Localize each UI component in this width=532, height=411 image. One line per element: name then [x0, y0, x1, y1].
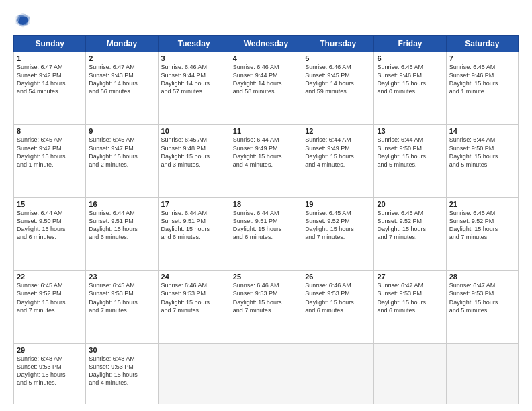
day-cell-27: 27Sunrise: 6:47 AM Sunset: 9:53 PM Dayli…	[374, 271, 446, 343]
week-row-0: 1Sunrise: 6:47 AM Sunset: 9:42 PM Daylig…	[14, 52, 519, 125]
week-row-3: 22Sunrise: 6:45 AM Sunset: 9:52 PM Dayli…	[14, 271, 519, 343]
header	[13, 11, 519, 30]
day-info: Sunrise: 6:44 AM Sunset: 9:51 PM Dayligh…	[161, 209, 227, 242]
week-row-1: 8Sunrise: 6:45 AM Sunset: 9:47 PM Daylig…	[14, 125, 519, 197]
day-number: 24	[161, 273, 227, 281]
day-cell-8: 8Sunrise: 6:45 AM Sunset: 9:47 PM Daylig…	[14, 125, 86, 197]
day-cell-4: 4Sunrise: 6:46 AM Sunset: 9:44 PM Daylig…	[230, 52, 302, 125]
day-cell-28: 28Sunrise: 6:47 AM Sunset: 9:53 PM Dayli…	[446, 271, 518, 343]
week-row-2: 15Sunrise: 6:44 AM Sunset: 9:50 PM Dayli…	[14, 197, 519, 270]
day-info: Sunrise: 6:45 AM Sunset: 9:52 PM Dayligh…	[305, 209, 371, 242]
day-number: 21	[449, 200, 515, 208]
day-number: 27	[377, 273, 443, 281]
logo	[13, 11, 35, 30]
day-info: Sunrise: 6:45 AM Sunset: 9:47 PM Dayligh…	[89, 136, 154, 169]
day-number: 2	[89, 54, 154, 62]
day-cell-29: 29Sunrise: 6:48 AM Sunset: 9:53 PM Dayli…	[14, 343, 86, 404]
day-cell-5: 5Sunrise: 6:46 AM Sunset: 9:45 PM Daylig…	[302, 52, 374, 125]
day-number: 22	[17, 273, 83, 281]
day-info: Sunrise: 6:46 AM Sunset: 9:44 PM Dayligh…	[233, 63, 299, 96]
day-number: 10	[161, 127, 227, 135]
day-number: 14	[449, 127, 515, 135]
day-number: 11	[233, 127, 299, 135]
day-number: 9	[89, 127, 154, 135]
day-cell-20: 20Sunrise: 6:45 AM Sunset: 9:52 PM Dayli…	[374, 197, 446, 270]
empty-cell	[446, 343, 518, 404]
day-cell-26: 26Sunrise: 6:46 AM Sunset: 9:53 PM Dayli…	[302, 271, 374, 343]
day-info: Sunrise: 6:45 AM Sunset: 9:47 PM Dayligh…	[17, 136, 83, 169]
day-number: 20	[377, 200, 443, 208]
day-info: Sunrise: 6:45 AM Sunset: 9:52 PM Dayligh…	[377, 209, 443, 242]
day-cell-17: 17Sunrise: 6:44 AM Sunset: 9:51 PM Dayli…	[158, 197, 230, 270]
day-number: 8	[17, 127, 83, 135]
day-cell-1: 1Sunrise: 6:47 AM Sunset: 9:42 PM Daylig…	[14, 52, 86, 125]
weekday-sunday: Sunday	[14, 36, 86, 52]
day-number: 15	[17, 200, 83, 208]
day-cell-19: 19Sunrise: 6:45 AM Sunset: 9:52 PM Dayli…	[302, 197, 374, 270]
day-number: 26	[305, 273, 371, 281]
day-info: Sunrise: 6:48 AM Sunset: 9:53 PM Dayligh…	[17, 355, 83, 387]
day-info: Sunrise: 6:47 AM Sunset: 9:53 PM Dayligh…	[449, 281, 515, 314]
day-info: Sunrise: 6:46 AM Sunset: 9:45 PM Dayligh…	[305, 63, 371, 96]
empty-cell	[302, 343, 374, 404]
day-number: 19	[305, 200, 371, 208]
day-info: Sunrise: 6:48 AM Sunset: 9:53 PM Dayligh…	[89, 355, 154, 387]
empty-cell	[158, 343, 230, 404]
day-number: 1	[17, 54, 83, 62]
day-cell-2: 2Sunrise: 6:47 AM Sunset: 9:43 PM Daylig…	[86, 52, 158, 125]
day-info: Sunrise: 6:44 AM Sunset: 9:50 PM Dayligh…	[377, 136, 443, 169]
day-info: Sunrise: 6:45 AM Sunset: 9:52 PM Dayligh…	[449, 209, 515, 242]
day-cell-18: 18Sunrise: 6:44 AM Sunset: 9:51 PM Dayli…	[230, 197, 302, 270]
day-cell-6: 6Sunrise: 6:45 AM Sunset: 9:46 PM Daylig…	[374, 52, 446, 125]
day-number: 7	[449, 54, 515, 62]
day-info: Sunrise: 6:44 AM Sunset: 9:51 PM Dayligh…	[233, 209, 299, 242]
weekday-header-row: SundayMondayTuesdayWednesdayThursdayFrid…	[14, 36, 519, 52]
day-info: Sunrise: 6:45 AM Sunset: 9:52 PM Dayligh…	[17, 281, 83, 314]
day-cell-10: 10Sunrise: 6:45 AM Sunset: 9:48 PM Dayli…	[158, 125, 230, 197]
weekday-tuesday: Tuesday	[158, 36, 230, 52]
day-cell-21: 21Sunrise: 6:45 AM Sunset: 9:52 PM Dayli…	[446, 197, 518, 270]
day-cell-14: 14Sunrise: 6:44 AM Sunset: 9:50 PM Dayli…	[446, 125, 518, 197]
day-info: Sunrise: 6:44 AM Sunset: 9:51 PM Dayligh…	[89, 209, 154, 242]
day-cell-25: 25Sunrise: 6:46 AM Sunset: 9:53 PM Dayli…	[230, 271, 302, 343]
day-info: Sunrise: 6:46 AM Sunset: 9:53 PM Dayligh…	[305, 281, 371, 314]
weekday-monday: Monday	[86, 36, 158, 52]
day-info: Sunrise: 6:47 AM Sunset: 9:53 PM Dayligh…	[377, 281, 443, 314]
weekday-saturday: Saturday	[446, 36, 518, 52]
week-row-4: 29Sunrise: 6:48 AM Sunset: 9:53 PM Dayli…	[14, 343, 519, 404]
weekday-friday: Friday	[374, 36, 446, 52]
day-number: 18	[233, 200, 299, 208]
day-number: 3	[161, 54, 227, 62]
day-cell-16: 16Sunrise: 6:44 AM Sunset: 9:51 PM Dayli…	[86, 197, 158, 270]
day-info: Sunrise: 6:45 AM Sunset: 9:53 PM Dayligh…	[89, 281, 154, 314]
day-cell-13: 13Sunrise: 6:44 AM Sunset: 9:50 PM Dayli…	[374, 125, 446, 197]
weekday-wednesday: Wednesday	[230, 36, 302, 52]
empty-cell	[230, 343, 302, 404]
day-number: 30	[89, 346, 154, 354]
calendar-table: SundayMondayTuesdayWednesdayThursdayFrid…	[13, 35, 519, 404]
weekday-thursday: Thursday	[302, 36, 374, 52]
day-number: 5	[305, 54, 371, 62]
day-cell-24: 24Sunrise: 6:46 AM Sunset: 9:53 PM Dayli…	[158, 271, 230, 343]
day-info: Sunrise: 6:44 AM Sunset: 9:49 PM Dayligh…	[305, 136, 371, 169]
day-number: 25	[233, 273, 299, 281]
day-number: 16	[89, 200, 154, 208]
day-number: 4	[233, 54, 299, 62]
day-info: Sunrise: 6:45 AM Sunset: 9:46 PM Dayligh…	[377, 63, 443, 96]
day-number: 13	[377, 127, 443, 135]
day-cell-7: 7Sunrise: 6:45 AM Sunset: 9:46 PM Daylig…	[446, 52, 518, 125]
day-info: Sunrise: 6:46 AM Sunset: 9:53 PM Dayligh…	[161, 281, 227, 314]
day-info: Sunrise: 6:47 AM Sunset: 9:43 PM Dayligh…	[89, 63, 154, 96]
day-info: Sunrise: 6:44 AM Sunset: 9:49 PM Dayligh…	[233, 136, 299, 169]
day-info: Sunrise: 6:46 AM Sunset: 9:53 PM Dayligh…	[233, 281, 299, 314]
logo-icon	[13, 11, 32, 30]
day-cell-11: 11Sunrise: 6:44 AM Sunset: 9:49 PM Dayli…	[230, 125, 302, 197]
day-cell-3: 3Sunrise: 6:46 AM Sunset: 9:44 PM Daylig…	[158, 52, 230, 125]
day-info: Sunrise: 6:44 AM Sunset: 9:50 PM Dayligh…	[449, 136, 515, 169]
day-number: 12	[305, 127, 371, 135]
day-info: Sunrise: 6:46 AM Sunset: 9:44 PM Dayligh…	[161, 63, 227, 96]
day-number: 28	[449, 273, 515, 281]
day-info: Sunrise: 6:45 AM Sunset: 9:48 PM Dayligh…	[161, 136, 227, 169]
day-info: Sunrise: 6:44 AM Sunset: 9:50 PM Dayligh…	[17, 209, 83, 242]
day-cell-15: 15Sunrise: 6:44 AM Sunset: 9:50 PM Dayli…	[14, 197, 86, 270]
